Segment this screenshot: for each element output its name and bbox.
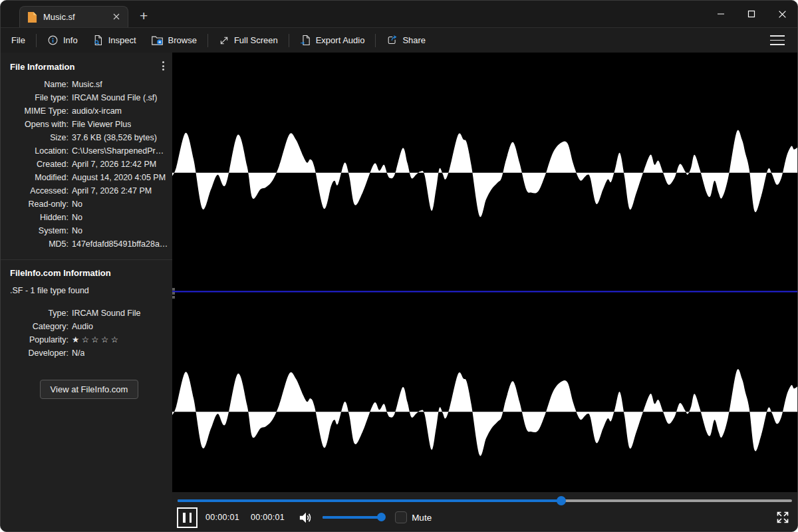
app-window: Music.sf + File <box>0 0 798 532</box>
waveform-svg <box>172 53 797 492</box>
info-row-value: C:\Users\SharpenedProducti... <box>72 144 168 158</box>
total-time: 00:00:01 <box>251 513 285 522</box>
tab-close-icon[interactable] <box>111 11 122 23</box>
sidebar-splitter[interactable] <box>172 288 175 299</box>
inspect-icon <box>92 35 104 46</box>
seek-fill <box>178 499 561 502</box>
fileinfo-com-subtitle: .SF - 1 file type found <box>10 284 168 297</box>
waveform-display <box>172 53 797 492</box>
info-row-value: 147efdafd85491bffa28afaa30a... <box>72 237 168 251</box>
seek-thumb[interactable] <box>557 496 566 505</box>
info-row: MIME Type:audio/x-ircam <box>10 104 168 118</box>
inspect-button[interactable]: Inspect <box>85 28 144 53</box>
info-row-value: Music.sf <box>72 78 102 91</box>
pause-icon <box>183 513 186 523</box>
info-row-value: audio/x-ircam <box>72 104 122 118</box>
info-row-label: Type: <box>10 307 68 320</box>
info-row: File type:IRCAM Sound File (.sf) <box>10 91 168 104</box>
maximize-button[interactable] <box>736 1 767 27</box>
seek-bar[interactable] <box>178 499 792 502</box>
info-row-label: MD5: <box>10 237 68 251</box>
tab-title: Music.sf <box>43 12 111 22</box>
toolbar-separator <box>375 34 376 47</box>
info-row-label: Modified: <box>10 171 68 184</box>
info-row: Accessed:April 7, 2026 2:47 PM <box>10 184 168 198</box>
pause-button[interactable] <box>177 507 198 528</box>
export-audio-label: Export Audio <box>316 35 365 45</box>
sidebar: File Information Name:Music.sfFile type:… <box>1 53 172 532</box>
mute-label[interactable]: Mute <box>412 513 432 523</box>
info-row-value: IRCAM Sound File (.sf) <box>72 91 158 104</box>
info-row: MD5:147efdafd85491bffa28afaa30a... <box>10 237 168 251</box>
volume-fill <box>323 516 381 519</box>
waveform-channel <box>172 369 797 456</box>
info-row-label: Name: <box>10 78 68 91</box>
info-row-value: File Viewer Plus <box>72 118 131 131</box>
info-row-value: April 7, 2026 12:42 PM <box>72 158 156 171</box>
content-area: File Information Name:Music.sfFile type:… <box>1 53 797 532</box>
info-row: System:No <box>10 224 168 237</box>
mute-checkbox[interactable] <box>395 511 407 523</box>
info-row-label: Created: <box>10 158 68 171</box>
info-row-label: Developer: <box>10 346 68 360</box>
info-row: Hidden:No <box>10 211 168 224</box>
fullscreen-icon <box>775 509 791 525</box>
more-options-icon[interactable] <box>158 59 168 72</box>
toolbar-separator <box>207 34 208 47</box>
info-icon <box>47 35 59 46</box>
new-tab-button[interactable]: + <box>140 9 148 23</box>
info-row-label: MIME Type: <box>10 104 68 118</box>
menu-icon[interactable] <box>767 33 787 48</box>
full-screen-button[interactable]: Full Screen <box>211 28 285 53</box>
file-menu-label: File <box>11 35 25 45</box>
info-row: Created:April 7, 2026 12:42 PM <box>10 158 168 171</box>
share-label: Share <box>402 35 426 45</box>
info-row: Type:IRCAM Sound File <box>10 307 168 320</box>
info-row: Modified:August 14, 2020 4:05 PM <box>10 171 168 184</box>
fullscreen-button[interactable] <box>775 509 791 525</box>
toolbar-separator <box>289 34 289 47</box>
info-row-value: No <box>72 211 82 224</box>
channel-separator-line <box>172 291 797 292</box>
info-row-label: Location: <box>10 144 68 158</box>
file-menu[interactable]: File <box>1 28 33 53</box>
info-row-label: Accessed: <box>10 184 68 198</box>
info-row-value: 37.6 KB (38,526 bytes) <box>72 131 157 144</box>
info-row-label: System: <box>10 224 68 237</box>
browse-icon <box>151 35 164 46</box>
info-row: Read-only:No <box>10 198 168 211</box>
minimize-button[interactable] <box>706 1 736 27</box>
view-at-fileinfo-button[interactable]: View at FileInfo.com <box>40 380 139 399</box>
close-button[interactable] <box>767 1 797 27</box>
info-row: Size:37.6 KB (38,526 bytes) <box>10 131 168 144</box>
info-row-value: N/a <box>72 346 84 360</box>
info-row: Opens with:File Viewer Plus <box>10 118 168 131</box>
full-screen-label: Full Screen <box>234 35 278 45</box>
toolbar: File Info Inspect <box>1 27 797 53</box>
full-screen-icon <box>219 35 229 46</box>
toolbar-separator <box>36 34 37 47</box>
window-controls <box>706 1 797 27</box>
browse-button[interactable]: Browse <box>144 28 204 53</box>
browse-label: Browse <box>168 35 197 45</box>
info-row-label: Category: <box>10 320 68 333</box>
volume-icon[interactable] <box>298 510 313 525</box>
info-row-value: August 14, 2020 4:05 PM <box>72 171 166 184</box>
info-row: Category:Audio <box>10 320 168 333</box>
document-tab[interactable]: Music.sf <box>19 6 128 27</box>
info-row-value: ★ ☆ ☆ ☆ ☆ <box>72 333 118 346</box>
info-row-value: April 7, 2026 2:47 PM <box>72 184 152 198</box>
fileinfo-com-title: FileInfo.com Information <box>10 268 168 278</box>
info-button[interactable]: Info <box>40 28 85 53</box>
sidebar-divider <box>1 259 172 260</box>
volume-thumb[interactable] <box>377 513 386 521</box>
info-row: Developer:N/a <box>10 346 168 360</box>
info-row-label: Opens with: <box>10 118 68 131</box>
info-row-value: No <box>72 198 82 211</box>
title-bar: Music.sf + <box>1 1 797 27</box>
share-button[interactable]: Share <box>379 28 433 53</box>
info-row-value: Audio <box>72 320 93 333</box>
export-audio-button[interactable]: Export Audio <box>293 28 372 53</box>
volume-slider[interactable] <box>323 516 385 519</box>
export-audio-icon <box>300 35 311 46</box>
